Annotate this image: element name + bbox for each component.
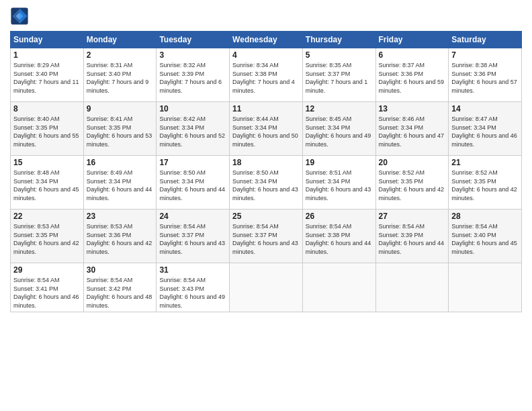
day-number: 28	[451, 212, 519, 221]
calendar-cell: 13Sunrise: 8:46 AM Sunset: 3:34 PM Dayli…	[375, 102, 449, 156]
day-number: 15	[13, 158, 81, 167]
calendar-cell: 16Sunrise: 8:49 AM Sunset: 3:34 PM Dayli…	[83, 156, 157, 210]
day-number: 20	[379, 158, 446, 167]
day-info: Sunrise: 8:54 AM Sunset: 3:37 PM Dayligh…	[159, 222, 226, 256]
day-number: 29	[13, 265, 81, 275]
calendar-cell: 5Sunrise: 8:35 AM Sunset: 3:37 PM Daylig…	[302, 48, 375, 102]
day-info: Sunrise: 8:40 AM Sunset: 3:35 PM Dayligh…	[13, 115, 81, 148]
day-info: Sunrise: 8:35 AM Sunset: 3:37 PM Dayligh…	[306, 61, 373, 95]
calendar-cell: 28Sunrise: 8:54 AM Sunset: 3:40 PM Dayli…	[449, 210, 522, 263]
day-info: Sunrise: 8:34 AM Sunset: 3:38 PM Dayligh…	[232, 61, 300, 95]
day-info: Sunrise: 8:47 AM Sunset: 3:34 PM Dayligh…	[451, 115, 519, 148]
day-number: 16	[87, 158, 154, 167]
calendar-cell: 19Sunrise: 8:51 AM Sunset: 3:34 PM Dayli…	[302, 156, 375, 210]
day-info: Sunrise: 8:54 AM Sunset: 3:43 PM Dayligh…	[159, 276, 226, 310]
day-info: Sunrise: 8:31 AM Sunset: 3:40 PM Dayligh…	[87, 61, 154, 95]
day-number: 23	[87, 212, 154, 221]
calendar-cell: 14Sunrise: 8:47 AM Sunset: 3:34 PM Dayli…	[449, 102, 522, 156]
day-number: 25	[232, 212, 300, 221]
day-number: 21	[451, 158, 519, 167]
day-number: 2	[87, 50, 154, 60]
day-info: Sunrise: 8:32 AM Sunset: 3:39 PM Dayligh…	[159, 61, 226, 95]
day-number: 9	[87, 104, 154, 113]
day-number: 1	[13, 50, 81, 60]
day-number: 18	[232, 158, 300, 167]
calendar-header-row: SundayMondayTuesdayWednesdayThursdayFrid…	[11, 32, 522, 48]
day-info: Sunrise: 8:51 AM Sunset: 3:34 PM Dayligh…	[306, 169, 373, 202]
calendar-cell: 29Sunrise: 8:54 AM Sunset: 3:41 PM Dayli…	[11, 263, 84, 312]
calendar-week-row: 8Sunrise: 8:40 AM Sunset: 3:35 PM Daylig…	[11, 102, 522, 156]
calendar-cell: 31Sunrise: 8:54 AM Sunset: 3:43 PM Dayli…	[157, 263, 230, 312]
calendar-cell: 30Sunrise: 8:54 AM Sunset: 3:42 PM Dayli…	[83, 263, 157, 312]
calendar-cell: 24Sunrise: 8:54 AM Sunset: 3:37 PM Dayli…	[157, 210, 230, 263]
calendar-dow-saturday: Saturday	[449, 32, 522, 48]
day-info: Sunrise: 8:37 AM Sunset: 3:36 PM Dayligh…	[379, 61, 446, 95]
calendar-dow-tuesday: Tuesday	[157, 32, 230, 48]
day-number: 26	[306, 212, 373, 221]
day-info: Sunrise: 8:50 AM Sunset: 3:34 PM Dayligh…	[232, 169, 300, 202]
day-number: 7	[451, 50, 519, 60]
calendar-cell: 10Sunrise: 8:42 AM Sunset: 3:34 PM Dayli…	[157, 102, 230, 156]
calendar-cell: 1Sunrise: 8:29 AM Sunset: 3:40 PM Daylig…	[11, 48, 84, 102]
calendar-week-row: 29Sunrise: 8:54 AM Sunset: 3:41 PM Dayli…	[11, 263, 522, 312]
day-info: Sunrise: 8:54 AM Sunset: 3:37 PM Dayligh…	[232, 222, 300, 256]
calendar-week-row: 1Sunrise: 8:29 AM Sunset: 3:40 PM Daylig…	[11, 48, 522, 102]
day-number: 13	[379, 104, 446, 113]
day-number: 10	[159, 104, 226, 113]
day-number: 3	[159, 50, 226, 60]
day-info: Sunrise: 8:44 AM Sunset: 3:34 PM Dayligh…	[232, 115, 300, 148]
day-info: Sunrise: 8:52 AM Sunset: 3:35 PM Dayligh…	[379, 169, 446, 202]
day-number: 11	[232, 104, 300, 113]
day-info: Sunrise: 8:53 AM Sunset: 3:36 PM Dayligh…	[87, 222, 154, 256]
day-info: Sunrise: 8:53 AM Sunset: 3:35 PM Dayligh…	[13, 222, 81, 256]
day-number: 8	[13, 104, 81, 113]
day-info: Sunrise: 8:48 AM Sunset: 3:34 PM Dayligh…	[13, 169, 81, 202]
day-info: Sunrise: 8:54 AM Sunset: 3:41 PM Dayligh…	[13, 276, 81, 310]
calendar-cell: 15Sunrise: 8:48 AM Sunset: 3:34 PM Dayli…	[11, 156, 84, 210]
day-number: 22	[13, 212, 81, 221]
calendar-cell: 3Sunrise: 8:32 AM Sunset: 3:39 PM Daylig…	[157, 48, 230, 102]
calendar-dow-monday: Monday	[83, 32, 157, 48]
calendar-cell: 18Sunrise: 8:50 AM Sunset: 3:34 PM Dayli…	[230, 156, 303, 210]
day-number: 4	[232, 50, 300, 60]
calendar-cell: 17Sunrise: 8:50 AM Sunset: 3:34 PM Dayli…	[157, 156, 230, 210]
day-number: 6	[379, 50, 446, 60]
calendar-cell: 7Sunrise: 8:38 AM Sunset: 3:36 PM Daylig…	[449, 48, 522, 102]
calendar-dow-wednesday: Wednesday	[230, 32, 303, 48]
calendar-cell	[375, 263, 449, 312]
logo-icon	[10, 7, 29, 26]
day-number: 5	[306, 50, 373, 60]
day-number: 27	[379, 212, 446, 221]
day-info: Sunrise: 8:54 AM Sunset: 3:42 PM Dayligh…	[87, 276, 154, 310]
day-number: 12	[306, 104, 373, 113]
calendar-cell: 9Sunrise: 8:41 AM Sunset: 3:35 PM Daylig…	[83, 102, 157, 156]
calendar-cell: 26Sunrise: 8:54 AM Sunset: 3:38 PM Dayli…	[302, 210, 375, 263]
day-number: 31	[159, 265, 226, 275]
day-info: Sunrise: 8:54 AM Sunset: 3:39 PM Dayligh…	[379, 222, 446, 256]
day-info: Sunrise: 8:52 AM Sunset: 3:35 PM Dayligh…	[451, 169, 519, 202]
day-info: Sunrise: 8:46 AM Sunset: 3:34 PM Dayligh…	[379, 115, 446, 148]
calendar-cell: 11Sunrise: 8:44 AM Sunset: 3:34 PM Dayli…	[230, 102, 303, 156]
calendar-dow-thursday: Thursday	[302, 32, 375, 48]
calendar-week-row: 15Sunrise: 8:48 AM Sunset: 3:34 PM Dayli…	[11, 156, 522, 210]
day-info: Sunrise: 8:29 AM Sunset: 3:40 PM Dayligh…	[13, 61, 81, 95]
calendar-cell: 25Sunrise: 8:54 AM Sunset: 3:37 PM Dayli…	[230, 210, 303, 263]
day-info: Sunrise: 8:50 AM Sunset: 3:34 PM Dayligh…	[159, 169, 226, 202]
day-info: Sunrise: 8:54 AM Sunset: 3:40 PM Dayligh…	[451, 222, 519, 256]
calendar-table: SundayMondayTuesdayWednesdayThursdayFrid…	[10, 31, 522, 312]
calendar-week-row: 22Sunrise: 8:53 AM Sunset: 3:35 PM Dayli…	[11, 210, 522, 263]
calendar-cell: 27Sunrise: 8:54 AM Sunset: 3:39 PM Dayli…	[375, 210, 449, 263]
calendar-cell: 4Sunrise: 8:34 AM Sunset: 3:38 PM Daylig…	[230, 48, 303, 102]
calendar-dow-friday: Friday	[375, 32, 449, 48]
calendar-cell	[449, 263, 522, 312]
calendar-cell: 23Sunrise: 8:53 AM Sunset: 3:36 PM Dayli…	[83, 210, 157, 263]
calendar-cell: 6Sunrise: 8:37 AM Sunset: 3:36 PM Daylig…	[375, 48, 449, 102]
day-number: 19	[306, 158, 373, 167]
calendar-cell: 20Sunrise: 8:52 AM Sunset: 3:35 PM Dayli…	[375, 156, 449, 210]
calendar-cell: 21Sunrise: 8:52 AM Sunset: 3:35 PM Dayli…	[449, 156, 522, 210]
page-header	[10, 7, 522, 26]
day-number: 30	[87, 265, 154, 275]
calendar-dow-sunday: Sunday	[11, 32, 84, 48]
day-info: Sunrise: 8:54 AM Sunset: 3:38 PM Dayligh…	[306, 222, 373, 256]
day-info: Sunrise: 8:41 AM Sunset: 3:35 PM Dayligh…	[87, 115, 154, 148]
